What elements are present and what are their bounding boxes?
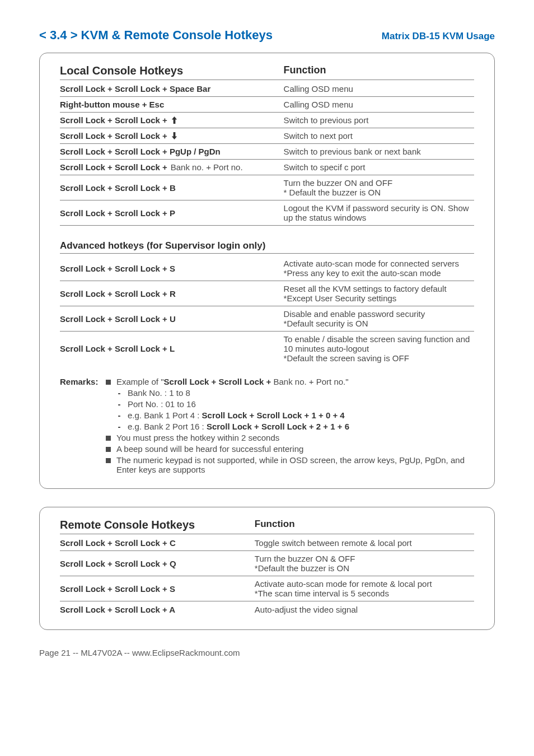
table-row: Scroll Lock + Scroll Lock + SActivate au… (60, 576, 474, 601)
local-table-header: Local Console Hotkeys Function (60, 64, 474, 80)
function-cell: Turn the buzzer ON & OFF*Default the buz… (255, 554, 474, 573)
hotkey-cell: Scroll Lock + Scroll Lock + S (60, 584, 255, 594)
function-cell: Disable and enable password security*Def… (284, 309, 474, 328)
dash-icon: - (116, 399, 122, 409)
remark-beep: A beep sound will be heard for successfu… (116, 444, 474, 454)
advanced-hotkeys-title: Advanced hotkeys (for Supervisor login o… (60, 240, 474, 254)
function-cell: Activate auto-scan mode for connected se… (284, 259, 474, 278)
hotkey-cell: Scroll Lock + Scroll Lock + Bank no. + P… (60, 162, 284, 172)
remote-console-box: Remote Console Hotkeys Function Scroll L… (39, 507, 495, 630)
remarks-body: Example of "Scroll Lock + Scroll Lock + … (106, 377, 474, 476)
table-row: Scroll Lock + Scroll Lock + PgUp / PgDnS… (60, 144, 474, 160)
remarks-section: Remarks: Example of "Scroll Lock + Scrol… (60, 377, 474, 476)
table-row: Scroll Lock + Scroll Lock + PLogout the … (60, 200, 474, 226)
hotkey-cell: Scroll Lock + Scroll Lock + R (60, 289, 284, 298)
function-cell: Logout the KVM if password security is O… (284, 203, 474, 222)
hotkey-cell: Right-button mouse + Esc (60, 100, 284, 109)
page-header: < 3.4 > KVM & Remote Console Hotkeys Mat… (39, 28, 495, 43)
local-function-title: Function (284, 64, 474, 77)
function-cell: Reset all the KVM settings to factory de… (284, 284, 474, 303)
table-row: Right-button mouse + EscCalling OSD menu (60, 97, 474, 113)
remarks-label: Remarks: (60, 377, 106, 476)
table-row: Scroll Lock + Scroll Lock + QTurn the bu… (60, 551, 474, 576)
hotkey-cell: Scroll Lock + Scroll Lock + U (60, 314, 284, 324)
table-row: Scroll Lock + Scroll Lock +Switch to pre… (60, 113, 474, 128)
hotkey-cell: Scroll Lock + Scroll Lock + C (60, 538, 255, 548)
remote-table-header: Remote Console Hotkeys Function (60, 519, 474, 534)
table-row: Scroll Lock + Scroll Lock + CToggle swit… (60, 535, 474, 551)
section-subtitle: Matrix DB-15 KVM Usage (382, 31, 495, 42)
remote-title: Remote Console Hotkeys (60, 519, 255, 531)
table-row: Scroll Lock + Scroll Lock +Switch to nex… (60, 128, 474, 144)
table-row: Scroll Lock + Scroll Lock + RReset all t… (60, 281, 474, 306)
dash-icon: - (116, 388, 122, 398)
table-row: Scroll Lock + Scroll Lock + Space BarCal… (60, 81, 474, 97)
page-footer: Page 21 -- ML47V02A -- www.EclipseRackmo… (39, 648, 495, 657)
bullet-icon (106, 380, 111, 385)
remark-example1: e.g. Bank 1 Port 4 : Scroll Lock + Scrol… (128, 410, 474, 420)
function-cell: Switch to previous bank or next bank (284, 147, 474, 156)
local-console-box: Local Console Hotkeys Function Scroll Lo… (39, 53, 495, 489)
arrow-up-icon (171, 116, 178, 124)
function-cell: Turn the buzzer ON and OFF* Default the … (284, 178, 474, 197)
table-row: Scroll Lock + Scroll Lock + Bank no. + P… (60, 160, 474, 175)
function-cell: Calling OSD menu (284, 84, 474, 94)
arrow-down-icon (171, 132, 178, 139)
section-title: < 3.4 > KVM & Remote Console Hotkeys (39, 28, 273, 43)
remote-function-title: Function (255, 519, 474, 531)
hotkey-cell: Scroll Lock + Scroll Lock + (60, 115, 284, 125)
hotkey-cell: Scroll Lock + Scroll Lock + PgUp / PgDn (60, 147, 284, 156)
hotkey-cell: Scroll Lock + Scroll Lock + Space Bar (60, 84, 284, 94)
table-row: Scroll Lock + Scroll Lock + AAuto-adjust… (60, 601, 474, 617)
local-title: Local Console Hotkeys (60, 64, 284, 77)
remark-timing: You must press the hotkey within 2 secon… (116, 433, 474, 442)
function-cell: To enable / disable the screen saving fu… (284, 334, 474, 363)
remark-example: Example of "Scroll Lock + Scroll Lock + … (116, 377, 474, 386)
dash-icon: - (116, 422, 122, 431)
remark-port-range: Port No. : 01 to 16 (128, 399, 474, 409)
hotkey-cell: Scroll Lock + Scroll Lock + (60, 131, 284, 141)
function-cell: Switch to previous port (284, 115, 474, 125)
bullet-icon (106, 436, 111, 441)
function-cell: Toggle switch between remote & local por… (255, 538, 474, 548)
table-row: Scroll Lock + Scroll Lock + UDisable and… (60, 306, 474, 332)
hotkey-cell: Scroll Lock + Scroll Lock + B (60, 183, 284, 193)
function-cell: Switch to specif c port (284, 162, 474, 172)
hotkey-cell: Scroll Lock + Scroll Lock + A (60, 605, 255, 614)
table-row: Scroll Lock + Scroll Lock + LTo enable /… (60, 332, 474, 366)
bullet-icon (106, 458, 111, 463)
hotkey-cell: Scroll Lock + Scroll Lock + S (60, 264, 284, 273)
function-cell: Switch to next port (284, 131, 474, 141)
table-row: Scroll Lock + Scroll Lock + BTurn the bu… (60, 175, 474, 200)
remark-bank-range: Bank No. : 1 to 8 (128, 388, 474, 398)
hotkey-cell: Scroll Lock + Scroll Lock + P (60, 208, 284, 218)
function-cell: Activate auto-scan mode for remote & loc… (255, 579, 474, 598)
hotkey-cell: Scroll Lock + Scroll Lock + Q (60, 559, 255, 568)
function-cell: Auto-adjust the video signal (255, 605, 474, 614)
remark-keypad: The numeric keypad is not supported, whi… (116, 455, 474, 474)
bullet-icon (106, 447, 111, 452)
remark-example2: e.g. Bank 2 Port 16 : Scroll Lock + Scro… (128, 422, 474, 431)
hotkey-cell: Scroll Lock + Scroll Lock + L (60, 344, 284, 353)
table-row: Scroll Lock + Scroll Lock + SActivate au… (60, 256, 474, 281)
dash-icon: - (116, 410, 122, 420)
function-cell: Calling OSD menu (284, 100, 474, 109)
